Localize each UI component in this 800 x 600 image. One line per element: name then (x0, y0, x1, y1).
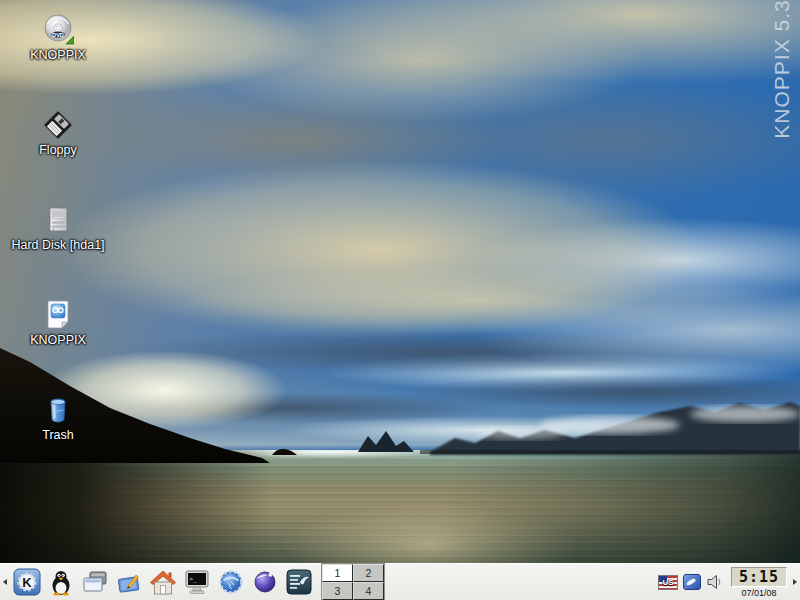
chevron-left-icon (3, 579, 7, 585)
desktop-pencil-icon (115, 568, 143, 596)
keyboard-layout-label: US (659, 576, 677, 589)
pager-desktop-1[interactable]: 1 (322, 564, 353, 582)
openoffice-icon (285, 568, 313, 596)
chevron-right-icon (793, 579, 797, 585)
floppy-disk-icon (41, 108, 75, 142)
brand-label: KNOPPIX 5.3 (770, 0, 794, 139)
pager-desktop-2[interactable]: 2 (353, 564, 384, 582)
pager-desktop-4[interactable]: 4 (353, 582, 384, 600)
panel-hide-button-right[interactable] (790, 564, 800, 600)
desktop-icon-label: Floppy (39, 143, 77, 157)
desktop-icon-knoppix-document[interactable]: KNOPPIX (13, 298, 103, 347)
desktop-icon-label: Trash (42, 428, 74, 442)
svg-text:>_: >_ (190, 575, 198, 583)
home-folder-button[interactable] (148, 567, 178, 597)
system-tray: US (658, 574, 724, 590)
launcher-area: K (12, 567, 314, 597)
panel-hide-button-left[interactable] (0, 564, 10, 600)
tux-penguin-icon (47, 568, 75, 596)
show-desktop-button[interactable] (114, 567, 144, 597)
desktop-icon-label: KNOPPIX (30, 48, 86, 62)
knoppix-menu-button[interactable] (46, 567, 76, 597)
knoppix-document-icon (41, 298, 75, 332)
k-menu-icon: K (13, 568, 41, 596)
k-menu-button[interactable]: K (12, 567, 42, 597)
desktop-icon-knoppix-dvd[interactable]: DVD KNOPPIX (13, 13, 103, 62)
knoppix-desktop-screen: KNOPPIX 5.3 DVD KNOPPIX (0, 0, 800, 600)
openoffice-writer-button[interactable] (284, 567, 314, 597)
trash-can-icon (41, 393, 75, 427)
globe-browser-icon (251, 568, 279, 596)
desktop-pager: 1 2 3 4 (321, 563, 385, 600)
clock-time: 5:15 (731, 567, 787, 587)
home-icon (149, 568, 177, 596)
terminal-icon: >_ (183, 568, 211, 596)
window-list-button[interactable] (80, 567, 110, 597)
windows-icon (81, 568, 109, 596)
volume-speaker-icon[interactable] (706, 574, 724, 590)
dvd-disc-icon: DVD (41, 13, 75, 47)
digital-clock[interactable]: 5:15 07/01/08 (728, 564, 790, 600)
wallpaper-brand-text: KNOPPIX 5.3 (766, 8, 798, 130)
desktop-icon-trash[interactable]: Trash (13, 393, 103, 442)
pager-desktop-3[interactable]: 3 (322, 582, 353, 600)
wallpaper-landmass (0, 0, 800, 563)
keyboard-layout-flag-icon[interactable]: US (658, 575, 678, 590)
konqueror-gear-globe-icon (217, 568, 245, 596)
desktop-icon-label: Hard Disk [hda1] (11, 238, 104, 252)
desktop-icon-floppy[interactable]: Floppy (13, 108, 103, 157)
hard-disk-icon (41, 203, 75, 237)
desktop-wallpaper: KNOPPIX 5.3 DVD KNOPPIX (0, 0, 800, 563)
svg-text:DVD: DVD (52, 32, 64, 38)
svg-text:K: K (22, 575, 32, 590)
clock-date: 07/01/08 (741, 588, 776, 598)
kicker-panel: K (0, 563, 800, 600)
clipboard-tool-icon[interactable] (683, 574, 701, 590)
konsole-terminal-button[interactable]: >_ (182, 567, 212, 597)
web-browser-button[interactable] (250, 567, 280, 597)
desktop-icon-hard-disk[interactable]: Hard Disk [hda1] (13, 203, 103, 252)
konqueror-button[interactable] (216, 567, 246, 597)
desktop-icon-label: KNOPPIX (30, 333, 86, 347)
